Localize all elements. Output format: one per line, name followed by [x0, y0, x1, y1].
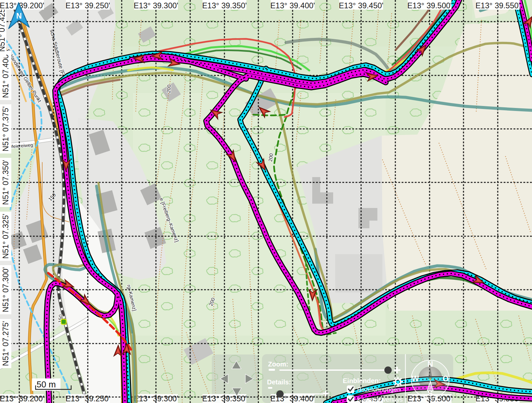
svg-text:E13° 39.200': E13° 39.200'	[0, 394, 44, 403]
svg-text:E13° 39.450': E13° 39.450'	[339, 1, 383, 10]
svg-text:Details:: Details:	[267, 378, 291, 386]
svg-text:200: 200	[166, 84, 172, 93]
svg-text:E13° 39.500': E13° 39.500'	[407, 1, 452, 10]
svg-text:W: W	[412, 374, 419, 383]
svg-text:E13° 39.550': E13° 39.550'	[475, 1, 520, 10]
svg-text:E13° 39.350': E13° 39.350'	[202, 1, 247, 10]
svg-text:E13° 39.400': E13° 39.400'	[270, 1, 315, 10]
svg-text:O: O	[443, 374, 449, 383]
svg-text:N51° 07.375': N51° 07.375'	[1, 106, 10, 151]
svg-text:N51° 07.425': N51° 07.425'	[0, 7, 6, 51]
svg-text:N51° 07.325': N51° 07.325'	[1, 214, 10, 258]
svg-text:N51° 07.275': N51° 07.275'	[1, 321, 10, 366]
svg-text:200: 200	[267, 153, 274, 162]
svg-text:E13° 39.250': E13° 39.250'	[66, 1, 110, 10]
svg-text:50 m: 50 m	[37, 379, 56, 389]
svg-text:Zoom:: Zoom:	[268, 360, 288, 368]
svg-text:Einblenden:: Einblenden:	[343, 377, 381, 384]
svg-text:E13° 39.200': E13° 39.200'	[0, 1, 44, 10]
svg-text:E13° 39.300': E13° 39.300'	[134, 1, 178, 10]
svg-text:Bezeichnungen: Bezeichnungen	[357, 386, 401, 393]
svg-text:N: N	[16, 12, 22, 20]
svg-text:N: N	[428, 360, 433, 368]
svg-text:N51° 07.400': N51° 07.400'	[1, 53, 10, 98]
svg-text:N51° 07.300': N51° 07.300'	[1, 267, 10, 312]
svg-text:Karten-Overlays: Karten-Overlays	[357, 396, 403, 403]
svg-text:N51° 07.350': N51° 07.350'	[1, 160, 10, 205]
